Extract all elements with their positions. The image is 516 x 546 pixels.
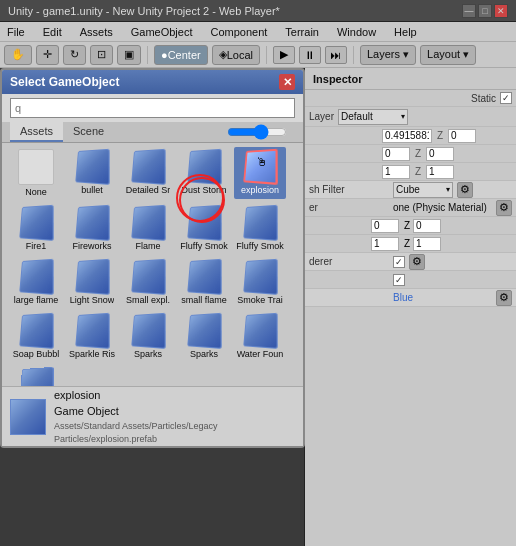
asset-sparkle[interactable]: Sparkle Ris <box>66 311 118 361</box>
menu-terrain[interactable]: Terrain <box>282 26 322 38</box>
close-button[interactable]: ✕ <box>494 4 508 18</box>
layer-select[interactable]: Default ▾ <box>338 109 408 125</box>
dialog-close-button[interactable]: ✕ <box>279 74 295 90</box>
largeflame-icon <box>19 259 54 295</box>
fire1-icon <box>19 205 54 241</box>
asset-fire1[interactable]: Fire1 <box>10 203 62 253</box>
asset-light-snow[interactable]: Light Snow <box>66 257 118 307</box>
static-row: Static <box>305 90 516 107</box>
mesh-filter-value[interactable]: Cube ▾ <box>393 182 453 198</box>
rect-tool[interactable]: ▣ <box>117 45 141 65</box>
asset-explosion[interactable]: explosion 🖱 <box>234 147 286 199</box>
renderer-gear[interactable]: ⚙ <box>409 254 425 270</box>
asset-waterfoun[interactable]: Water Foun <box>234 311 286 361</box>
asset-none[interactable]: None <box>10 147 62 199</box>
scale-z-comp: Z <box>411 165 454 179</box>
menu-component[interactable]: Component <box>207 26 270 38</box>
size-slider[interactable] <box>227 127 287 137</box>
mesh-filter-gear[interactable]: ⚙ <box>457 182 473 198</box>
asset-smoke[interactable]: Smoke Trai <box>234 257 286 307</box>
renderer-label: derer <box>309 256 389 267</box>
soap-icon <box>19 313 54 349</box>
step-button[interactable]: ⏭ <box>325 46 347 64</box>
static-checkbox[interactable] <box>500 92 512 104</box>
size-slider-area <box>219 122 295 142</box>
flame-icon <box>131 205 166 241</box>
pos-z-input[interactable] <box>448 129 476 143</box>
local-button[interactable]: ◈ Local <box>212 45 260 65</box>
extra-row2: Z <box>305 235 516 253</box>
extra-val3[interactable] <box>371 237 399 251</box>
none-label: None <box>25 187 47 197</box>
asset-small-flame[interactable]: small flame <box>178 257 230 307</box>
rot-x-input[interactable] <box>382 147 410 161</box>
play-button[interactable]: ▶ <box>273 46 295 64</box>
mesh-filter-row: sh Filter Cube ▾ ⚙ <box>305 181 516 199</box>
rot-z-input[interactable] <box>426 147 454 161</box>
layer-row: Layer Default ▾ <box>305 107 516 127</box>
rot-row: Z <box>305 145 516 163</box>
hand-tool[interactable]: ✋ <box>4 45 32 65</box>
menu-gameobject[interactable]: GameObject <box>128 26 196 38</box>
extra-val1[interactable] <box>371 219 399 233</box>
renderer-checkbox[interactable] <box>393 256 405 268</box>
scale-tool[interactable]: ⊡ <box>90 45 113 65</box>
extra-z2: Z <box>404 238 410 249</box>
detailedsr-icon <box>131 149 166 185</box>
asset-dust-storm[interactable]: Dust Storm <box>178 147 230 199</box>
scene-panel: Scene Select GameObject ✕ Assets Scene <box>0 68 305 546</box>
pos-x-input[interactable] <box>382 129 432 143</box>
move-tool[interactable]: ✛ <box>36 45 59 65</box>
layout-dropdown[interactable]: Layout ▾ <box>420 45 476 65</box>
asset-bullet[interactable]: bullet <box>66 147 118 199</box>
dialog-search-input[interactable] <box>10 98 295 118</box>
center-button[interactable]: ● Center <box>154 45 208 65</box>
asset-watersurfs[interactable]: Water Surfs <box>10 365 62 386</box>
extra-checkbox[interactable] <box>393 274 405 286</box>
none-icon <box>18 149 54 185</box>
extra-val4[interactable] <box>413 237 441 251</box>
asset-detailed-sr[interactable]: Detailed Sr <box>122 147 174 199</box>
minimize-button[interactable]: — <box>462 4 476 18</box>
asset-fluffy1[interactable]: Fluffy Smok <box>178 203 230 253</box>
title-bar: Unity - game1.unity - New Unity Project … <box>0 0 516 22</box>
duststorm-label: Dust Storm <box>181 185 226 195</box>
sep3 <box>353 46 354 64</box>
rotate-tool[interactable]: ↻ <box>63 45 86 65</box>
asset-fluffy2[interactable]: Fluffy Smok <box>234 203 286 253</box>
detailedsr-label: Detailed Sr <box>126 185 171 195</box>
asset-sparks2[interactable]: Sparks <box>178 311 230 361</box>
material-gear[interactable]: ⚙ <box>496 200 512 216</box>
menu-edit[interactable]: Edit <box>40 26 65 38</box>
pause-button[interactable]: ⏸ <box>299 46 321 64</box>
asset-soap[interactable]: Soap Bubbl <box>10 311 62 361</box>
asset-flame[interactable]: Flame <box>122 203 174 253</box>
asset-sparks1[interactable]: Sparks <box>122 311 174 361</box>
dialog-tab-assets[interactable]: Assets <box>10 122 63 142</box>
extra-z1: Z <box>404 220 410 231</box>
rot-z-comp: Z <box>411 147 454 161</box>
blue-gear[interactable]: ⚙ <box>496 290 512 306</box>
largeflame-label: large flame <box>14 295 59 305</box>
scale-z-input[interactable] <box>426 165 454 179</box>
menu-file[interactable]: File <box>4 26 28 38</box>
menu-assets[interactable]: Assets <box>77 26 116 38</box>
scale-x-input[interactable] <box>382 165 410 179</box>
bullet-label: bullet <box>81 185 103 195</box>
asset-small-expl[interactable]: Small expl. <box>122 257 174 307</box>
dialog-title-text: Select GameObject <box>10 75 119 89</box>
sep2 <box>266 46 267 64</box>
menu-window[interactable]: Window <box>334 26 379 38</box>
menu-help[interactable]: Help <box>391 26 420 38</box>
dialog-tab-scene[interactable]: Scene <box>63 122 114 142</box>
extra-val2[interactable] <box>413 219 441 233</box>
lightsnow-label: Light Snow <box>70 295 115 305</box>
dialog-tab-bar: Assets Scene <box>2 122 303 143</box>
layers-dropdown[interactable]: Layers ▾ <box>360 45 416 65</box>
asset-large-flame[interactable]: large flame <box>10 257 62 307</box>
info-path: Assets/Standard Assets/Particles/Legacy … <box>54 420 274 447</box>
maximize-button[interactable]: □ <box>478 4 492 18</box>
scale-fields: Z <box>371 165 512 179</box>
explosion-icon <box>243 149 278 185</box>
asset-fireworks[interactable]: Fireworks <box>66 203 118 253</box>
